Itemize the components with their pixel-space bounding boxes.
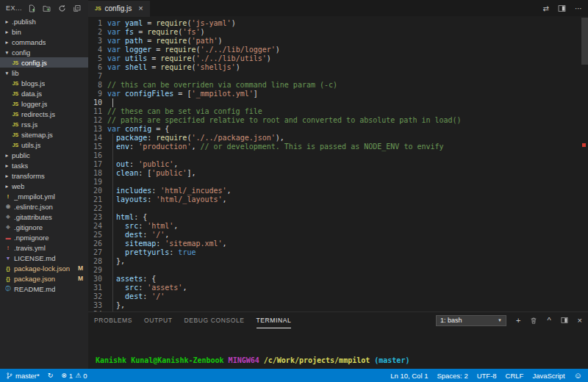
tree-item-README.md[interactable]: ⓘREADME.md xyxy=(0,284,88,294)
tree-item-redirects.js[interactable]: JSredirects.js xyxy=(0,109,88,119)
js-file-icon: JS xyxy=(11,101,20,107)
code-line-26[interactable]: 26 sitemap: 'sitemap.xml', xyxy=(88,239,588,248)
tree-item-package-lock.json[interactable]: {}package-lock.jsonM xyxy=(0,263,88,273)
split-terminal-icon[interactable] xyxy=(561,317,568,324)
tree-item-.publish[interactable]: ▸.publish xyxy=(0,16,88,26)
code-line-6[interactable]: 6var shell = require('shelljs') xyxy=(88,63,588,72)
error-icon: ⊗ xyxy=(61,372,67,379)
code-line-24[interactable]: 24 src: 'html', xyxy=(88,222,588,231)
new-file-icon[interactable] xyxy=(27,3,37,13)
code-text: assets: { xyxy=(107,275,156,284)
tree-item-tasks[interactable]: ▸tasks xyxy=(0,160,88,170)
code-editor[interactable]: 1var yaml = require('js-yaml')2var fs = … xyxy=(88,16,588,311)
code-line-25[interactable]: 25 dest: '/', xyxy=(88,231,588,239)
code-line-19[interactable]: 19 xyxy=(88,178,588,187)
tree-item-commands[interactable]: ▸commands xyxy=(0,37,88,47)
code-line-31[interactable]: 31 src: 'assets', xyxy=(88,284,588,292)
tree-item-label: data.js xyxy=(21,90,42,98)
code-line-8[interactable]: 8// this can be overriden via command li… xyxy=(88,81,588,90)
panel-tab-problems[interactable]: PROBLEMS xyxy=(94,312,132,328)
tree-item-bin[interactable]: ▸bin xyxy=(0,26,88,37)
code-line-11[interactable]: 11// these can be set via config file xyxy=(88,107,588,116)
code-line-29[interactable]: 29 xyxy=(88,266,588,275)
code-line-14[interactable]: 14 package: require('./../package.json')… xyxy=(88,134,588,143)
problems-status[interactable]: ⊗ 1 ⚠ 0 xyxy=(61,372,87,380)
panel-tab-debug-console[interactable]: DEBUG CONSOLE xyxy=(184,312,245,328)
code-line-22[interactable]: 22 xyxy=(88,204,588,213)
tree-item-label: rss.js xyxy=(21,120,37,129)
code-line-12[interactable]: 12// paths are specified relative to roo… xyxy=(88,116,588,125)
tree-item-sitemap.js[interactable]: JSsitemap.js xyxy=(0,129,88,140)
status-item-crlf[interactable]: CRLF xyxy=(506,372,524,380)
code-line-16[interactable]: 16 xyxy=(88,151,588,160)
code-line-21[interactable]: 21 layouts: 'html/_layouts', xyxy=(88,195,588,204)
tree-item-lib[interactable]: ▾lib xyxy=(0,68,88,78)
panel-tab-output[interactable]: OUTPUT xyxy=(144,312,173,328)
tree-item-logger.js[interactable]: JSlogger.js xyxy=(0,98,88,109)
editor-scrollbar[interactable] xyxy=(581,18,588,65)
tree-item-.eslintrc.json[interactable]: ◉.eslintrc.json xyxy=(0,201,88,212)
new-terminal-icon[interactable]: + xyxy=(516,316,520,325)
code-line-13[interactable]: 13var config = { xyxy=(88,125,588,134)
tree-item-.npmignore[interactable]: ▬.npmignore xyxy=(0,232,88,242)
tab-config-js[interactable]: JS config.js × xyxy=(88,1,150,17)
line-number: 19 xyxy=(88,178,107,187)
code-line-10[interactable]: 10 xyxy=(88,98,588,107)
tree-item-transforms[interactable]: ▸transforms xyxy=(0,170,88,181)
code-line-2[interactable]: 2var fs = require('fs') xyxy=(88,28,588,37)
more-actions-icon[interactable]: ⋯ xyxy=(575,4,582,12)
vscode-window: EX... ▸.publish▸bin▸commands▾configJScon… xyxy=(0,0,588,382)
open-changes-icon[interactable]: ⇄ xyxy=(543,4,549,12)
tree-item-package.json[interactable]: {}package.jsonM xyxy=(0,273,88,284)
code-line-28[interactable]: 28 }, xyxy=(88,257,588,266)
panel-tab-terminal[interactable]: TERMINAL xyxy=(257,312,292,328)
code-line-9[interactable]: 9var configFiles = ['_mmpilot.yml'] xyxy=(88,90,588,98)
tree-item-config[interactable]: ▾config xyxy=(0,47,88,57)
kill-terminal-icon[interactable] xyxy=(530,317,537,325)
tree-item-_mmpilot.yml[interactable]: !_mmpilot.yml xyxy=(0,191,88,201)
code-line-30[interactable]: 30 assets: { xyxy=(88,275,588,284)
status-item-utf-8[interactable]: UTF-8 xyxy=(477,372,497,380)
code-line-15[interactable]: 15 env: 'production', // or development.… xyxy=(88,143,588,151)
code-line-18[interactable]: 18 clean: ['public'], xyxy=(88,169,588,178)
terminal-shell-select[interactable]: 1: bash ▼ xyxy=(436,315,506,326)
new-folder-icon[interactable] xyxy=(42,3,52,13)
refresh-icon[interactable] xyxy=(57,3,67,13)
feedback-smiley-icon[interactable]: ☺ xyxy=(574,371,582,380)
code-line-33[interactable]: 33 }, xyxy=(88,301,588,310)
code-line-5[interactable]: 5var utils = require('./../lib/utils') xyxy=(88,54,588,63)
tree-item-blogs.js[interactable]: JSblogs.js xyxy=(0,78,88,88)
tree-item-public[interactable]: ▸public xyxy=(0,150,88,160)
code-line-1[interactable]: 1var yaml = require('js-yaml') xyxy=(88,19,588,28)
tree-item-.gitignore[interactable]: ◆.gitignore xyxy=(0,222,88,232)
tree-item-web[interactable]: ▸web xyxy=(0,181,88,191)
code-text: var path = require('path') xyxy=(107,37,223,46)
tree-item-data.js[interactable]: JSdata.js xyxy=(0,88,88,98)
line-number: 16 xyxy=(88,151,107,160)
close-panel-icon[interactable]: × xyxy=(578,316,582,325)
close-icon[interactable]: × xyxy=(135,4,143,12)
code-line-23[interactable]: 23 html: { xyxy=(88,213,588,222)
split-editor-icon[interactable] xyxy=(558,4,566,12)
collapse-all-icon[interactable] xyxy=(72,3,82,13)
maximize-panel-icon[interactable]: ^ xyxy=(547,316,551,325)
tree-item-label: web xyxy=(12,182,24,190)
tree-item-rss.js[interactable]: JSrss.js xyxy=(0,119,88,129)
tree-item-config.js[interactable]: JSconfig.js xyxy=(0,57,88,68)
code-line-32[interactable]: 32 dest: '/' xyxy=(88,292,588,301)
status-item-spaces-2[interactable]: Spaces: 2 xyxy=(437,372,467,380)
tree-item-utils.js[interactable]: JSutils.js xyxy=(0,140,88,150)
code-line-3[interactable]: 3var path = require('path') xyxy=(88,37,588,46)
git-branch-status[interactable]: master* xyxy=(6,372,40,380)
sync-status[interactable]: ↻ xyxy=(48,372,54,379)
status-item-ln-10-col-1[interactable]: Ln 10, Col 1 xyxy=(390,372,428,380)
code-line-7[interactable]: 7 xyxy=(88,72,588,81)
tree-item-.gitattributes[interactable]: ◆.gitattributes xyxy=(0,212,88,222)
code-line-17[interactable]: 17 out: 'public', xyxy=(88,160,588,169)
tree-item-LICENSE.md[interactable]: ▼LICENSE.md xyxy=(0,253,88,263)
tree-item-.travis.yml[interactable]: !.travis.yml xyxy=(0,242,88,253)
code-line-4[interactable]: 4var logger = require('./../lib/logger') xyxy=(88,46,588,54)
status-item-javascript[interactable]: JavaScript xyxy=(532,372,564,380)
code-line-20[interactable]: 20 includes: 'html/_incudes', xyxy=(88,187,588,195)
code-line-27[interactable]: 27 prettyurls: true xyxy=(88,248,588,257)
